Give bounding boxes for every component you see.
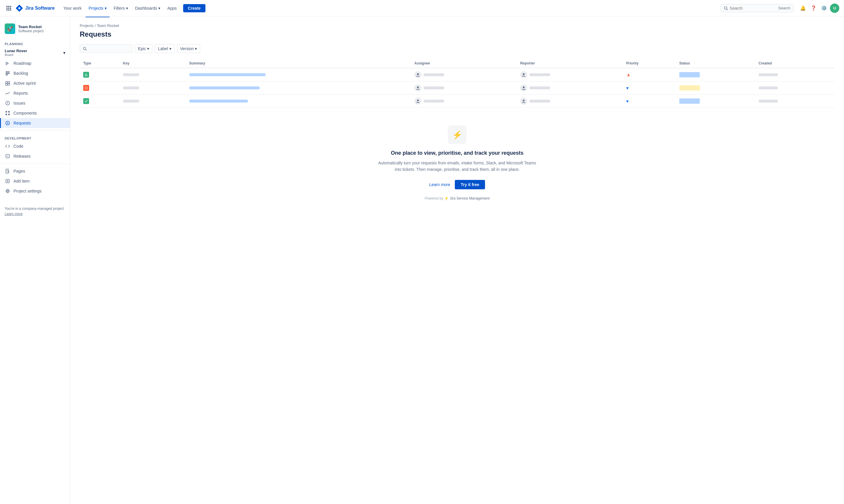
sidebar-item-project-settings[interactable]: Project settings [0, 186, 70, 196]
sidebar-item-active-sprint[interactable]: Active sprint [0, 78, 70, 88]
lightning-icon: ⚡ [452, 130, 463, 140]
row-assignee-cell [411, 82, 517, 95]
logo-text: Jira Software [25, 5, 54, 11]
filters-bar: Epic ▾ Label ▾ Version ▾ [80, 44, 834, 53]
svg-rect-2 [10, 6, 11, 7]
breadcrumb-projects[interactable]: Projects [80, 23, 93, 28]
table-body: ▲ [80, 68, 834, 108]
code-icon [5, 143, 11, 149]
col-status-header: Status [676, 59, 755, 68]
filter-search-box[interactable] [80, 44, 132, 53]
components-icon [5, 110, 11, 116]
row-priority-cell: ▾ [623, 82, 676, 95]
svg-rect-18 [8, 82, 10, 83]
grid-icon[interactable] [5, 4, 13, 12]
table-row[interactable]: ▾ [80, 95, 834, 108]
sidebar-item-backlog[interactable]: Backlog [0, 68, 70, 78]
sidebar-item-add-item[interactable]: Add item [0, 176, 70, 186]
chevron-down-icon: ▾ [63, 50, 65, 55]
search-box[interactable]: Search [721, 4, 794, 12]
col-type-header: Type [80, 59, 120, 68]
project-type: Software project [18, 29, 65, 33]
nav-apps[interactable]: Apps [164, 4, 180, 12]
add-item-label: Add item [14, 179, 30, 183]
filter-search-input[interactable] [89, 46, 124, 51]
filter-search-icon [83, 47, 87, 51]
sidebar-item-releases[interactable]: Releases [0, 151, 70, 161]
table-row[interactable]: ▲ [80, 68, 834, 82]
sidebar-footer: You're in a company-managed project Lear… [0, 203, 70, 219]
project-header[interactable]: 🚀 Team Rocket Software project [0, 21, 70, 39]
board-selector[interactable]: Lunar Rover Board ▾ [0, 47, 70, 58]
learn-more-link[interactable]: Learn more [429, 182, 450, 187]
jira-logo[interactable]: Jira Software [15, 4, 54, 12]
create-button[interactable]: Create [183, 4, 205, 12]
nav-your-work[interactable]: Your work [60, 4, 84, 12]
assignee-avatar [414, 97, 421, 105]
svg-point-47 [417, 100, 419, 102]
sidebar-item-code[interactable]: Code [0, 141, 70, 151]
sidebar-item-issues[interactable]: Issues [0, 98, 70, 108]
version-filter[interactable]: Version ▾ [177, 44, 200, 53]
nav-dashboards[interactable]: Dashboards ▾ [132, 4, 163, 12]
sidebar-divider-1 [0, 130, 70, 131]
svg-rect-16 [5, 74, 8, 75]
row-reporter-cell [517, 95, 623, 108]
svg-point-48 [523, 100, 524, 102]
settings-icon [5, 188, 11, 194]
board-name: Lunar Rover [5, 49, 27, 53]
row-reporter-cell [517, 82, 623, 95]
footer-learn-more[interactable]: Learn more [5, 212, 65, 216]
backlog-label: Backlog [14, 71, 28, 76]
sidebar-item-roadmap[interactable]: Roadmap [0, 58, 70, 68]
epic-filter[interactable]: Epic ▾ [135, 44, 152, 53]
try-free-button[interactable]: Try it free [455, 180, 485, 189]
requests-table: Type Key Summary Assignee Reporter Prior… [80, 59, 834, 108]
search-input[interactable] [730, 6, 777, 11]
help-button[interactable]: ❓ [809, 3, 818, 13]
svg-rect-24 [5, 111, 7, 112]
svg-rect-12 [5, 63, 9, 64]
powered-by-text: Powered by [425, 196, 443, 200]
table-row[interactable]: ▾ [80, 82, 834, 95]
priority-low-icon2: ▾ [626, 99, 629, 104]
svg-rect-27 [8, 114, 10, 115]
story-type-icon [83, 72, 89, 78]
breadcrumb-team-rocket[interactable]: Team Rocket [97, 23, 119, 28]
assignee-avatar [414, 84, 421, 91]
code-label: Code [14, 144, 23, 148]
svg-rect-0 [6, 6, 7, 7]
sidebar-item-pages[interactable]: Pages [0, 166, 70, 176]
svg-rect-11 [5, 62, 8, 63]
page-title: Requests [80, 30, 834, 38]
nav-filters[interactable]: Filters ▾ [111, 4, 131, 12]
col-reporter-header: Reporter [517, 59, 623, 68]
sidebar-item-reports[interactable]: Reports [0, 88, 70, 98]
issues-icon [5, 100, 11, 106]
row-status-cell [676, 82, 755, 95]
add-icon [5, 178, 11, 184]
row-status-cell [676, 68, 755, 82]
svg-rect-17 [5, 82, 7, 83]
user-avatar[interactable]: U [830, 3, 839, 13]
releases-icon [5, 153, 11, 159]
search-icon [724, 6, 728, 10]
row-summary-cell [186, 95, 411, 108]
grid-menu-button[interactable] [5, 4, 13, 12]
powered-by: Powered by ⚡ Jira Service Management [375, 196, 539, 200]
reporter-avatar [520, 97, 527, 105]
nav-projects[interactable]: Projects ▾ [86, 4, 109, 12]
svg-rect-15 [5, 73, 10, 74]
settings-button[interactable]: ⚙️ [820, 3, 829, 13]
label-label: Label [158, 46, 168, 51]
sidebar: 🚀 Team Rocket Software project PLANNING … [0, 16, 70, 504]
footer-text: You're in a company-managed project [5, 206, 64, 211]
sidebar-item-requests[interactable]: Requests [0, 118, 70, 128]
main-content: Projects / Team Rocket Requests Epic ▾ L… [70, 16, 844, 504]
label-filter[interactable]: Label ▾ [155, 44, 174, 53]
issues-label: Issues [14, 101, 25, 106]
row-type-cell [80, 82, 120, 95]
svg-rect-44 [85, 87, 87, 89]
sidebar-item-components[interactable]: Components [0, 108, 70, 118]
notifications-button[interactable]: 🔔 [798, 3, 808, 13]
